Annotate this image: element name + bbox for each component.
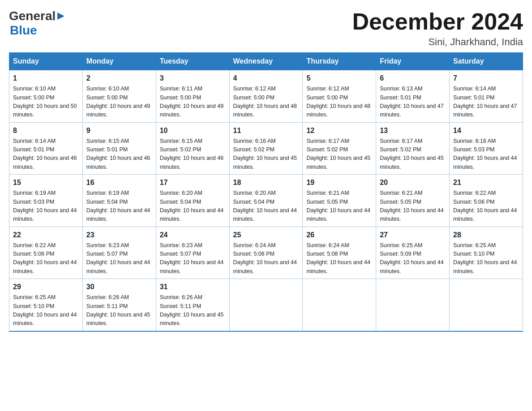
weekday-header-row: SundayMondayTuesdayWednesdayThursdayFrid… (9, 53, 523, 70)
day-info: Sunrise: 6:18 AMSunset: 5:03 PMDaylight:… (453, 137, 519, 172)
calendar-day-cell: 4Sunrise: 6:12 AMSunset: 5:00 PMDaylight… (229, 70, 303, 123)
day-number: 26 (306, 230, 372, 240)
calendar-day-cell: 1Sunrise: 6:10 AMSunset: 5:00 PMDaylight… (9, 70, 83, 123)
day-number: 13 (380, 125, 446, 136)
day-info: Sunrise: 6:20 AMSunset: 5:04 PMDaylight:… (233, 189, 299, 224)
day-number: 21 (453, 177, 519, 188)
day-number: 25 (233, 230, 299, 240)
calendar-day-cell: 30Sunrise: 6:26 AMSunset: 5:11 PMDayligh… (82, 279, 156, 331)
day-number: 18 (233, 177, 299, 188)
day-number: 1 (13, 73, 79, 84)
day-info: Sunrise: 6:26 AMSunset: 5:11 PMDaylight:… (160, 293, 226, 328)
calendar-week-row: 22Sunrise: 6:22 AMSunset: 5:06 PMDayligh… (9, 227, 523, 279)
day-info: Sunrise: 6:11 AMSunset: 5:00 PMDaylight:… (160, 85, 226, 120)
day-number: 16 (86, 177, 152, 188)
calendar-week-row: 29Sunrise: 6:25 AMSunset: 5:10 PMDayligh… (9, 279, 523, 331)
day-number: 29 (13, 282, 79, 292)
calendar-day-cell (229, 279, 303, 331)
day-number: 22 (13, 230, 79, 240)
day-number: 27 (380, 230, 446, 240)
calendar-day-cell: 25Sunrise: 6:24 AMSunset: 5:08 PMDayligh… (229, 227, 303, 279)
day-info: Sunrise: 6:10 AMSunset: 5:00 PMDaylight:… (13, 85, 79, 120)
day-info: Sunrise: 6:23 AMSunset: 5:07 PMDaylight:… (86, 241, 152, 276)
month-title: December 2024 (352, 9, 523, 34)
calendar-day-cell: 11Sunrise: 6:16 AMSunset: 5:02 PMDayligh… (229, 122, 303, 175)
day-number: 24 (160, 230, 226, 240)
calendar-day-cell: 29Sunrise: 6:25 AMSunset: 5:10 PMDayligh… (9, 279, 83, 331)
calendar-day-cell: 18Sunrise: 6:20 AMSunset: 5:04 PMDayligh… (229, 175, 303, 227)
day-info: Sunrise: 6:15 AMSunset: 5:02 PMDaylight:… (160, 137, 226, 172)
day-number: 2 (86, 73, 152, 84)
calendar-day-cell: 15Sunrise: 6:19 AMSunset: 5:03 PMDayligh… (9, 175, 83, 227)
day-info: Sunrise: 6:19 AMSunset: 5:04 PMDaylight:… (86, 189, 152, 224)
day-number: 20 (380, 177, 446, 188)
calendar-week-row: 1Sunrise: 6:10 AMSunset: 5:00 PMDaylight… (9, 70, 523, 123)
day-info: Sunrise: 6:24 AMSunset: 5:08 PMDaylight:… (306, 241, 372, 276)
day-number: 28 (453, 230, 519, 240)
day-info: Sunrise: 6:25 AMSunset: 5:09 PMDaylight:… (380, 241, 446, 276)
calendar-day-cell: 31Sunrise: 6:26 AMSunset: 5:11 PMDayligh… (156, 279, 229, 331)
day-info: Sunrise: 6:12 AMSunset: 5:00 PMDaylight:… (306, 85, 372, 120)
day-info: Sunrise: 6:16 AMSunset: 5:02 PMDaylight:… (233, 137, 299, 172)
calendar-day-cell: 19Sunrise: 6:21 AMSunset: 5:05 PMDayligh… (303, 175, 376, 227)
day-number: 30 (86, 282, 152, 292)
day-info: Sunrise: 6:15 AMSunset: 5:01 PMDaylight:… (86, 137, 152, 172)
day-info: Sunrise: 6:23 AMSunset: 5:07 PMDaylight:… (160, 241, 226, 276)
day-info: Sunrise: 6:20 AMSunset: 5:04 PMDaylight:… (160, 189, 226, 224)
day-number: 4 (233, 73, 299, 84)
day-number: 3 (160, 73, 226, 84)
svg-marker-0 (57, 13, 64, 20)
day-info: Sunrise: 6:24 AMSunset: 5:08 PMDaylight:… (233, 241, 299, 276)
day-number: 11 (233, 125, 299, 136)
weekday-header-saturday: Saturday (450, 53, 523, 70)
calendar-week-row: 8Sunrise: 6:14 AMSunset: 5:01 PMDaylight… (9, 122, 523, 175)
day-info: Sunrise: 6:14 AMSunset: 5:01 PMDaylight:… (453, 85, 519, 120)
day-number: 17 (160, 177, 226, 188)
weekday-header-wednesday: Wednesday (229, 53, 303, 70)
location-subtitle: Sini, Jharkhand, India (352, 36, 523, 48)
calendar-day-cell: 28Sunrise: 6:25 AMSunset: 5:10 PMDayligh… (450, 227, 523, 279)
calendar-day-cell: 2Sunrise: 6:10 AMSunset: 5:00 PMDaylight… (82, 70, 156, 123)
day-info: Sunrise: 6:22 AMSunset: 5:06 PMDaylight:… (13, 241, 79, 276)
day-info: Sunrise: 6:21 AMSunset: 5:05 PMDaylight:… (306, 189, 372, 224)
day-info: Sunrise: 6:21 AMSunset: 5:05 PMDaylight:… (380, 189, 446, 224)
logo-arrow-icon (56, 12, 65, 21)
calendar-day-cell: 17Sunrise: 6:20 AMSunset: 5:04 PMDayligh… (156, 175, 229, 227)
day-info: Sunrise: 6:12 AMSunset: 5:00 PMDaylight:… (233, 85, 299, 120)
day-info: Sunrise: 6:13 AMSunset: 5:01 PMDaylight:… (380, 85, 446, 120)
calendar-day-cell (303, 279, 376, 331)
day-number: 19 (306, 177, 372, 188)
day-info: Sunrise: 6:17 AMSunset: 5:02 PMDaylight:… (380, 137, 446, 172)
calendar-day-cell (376, 279, 450, 331)
calendar-day-cell: 27Sunrise: 6:25 AMSunset: 5:09 PMDayligh… (376, 227, 450, 279)
calendar-day-cell: 9Sunrise: 6:15 AMSunset: 5:01 PMDaylight… (82, 122, 156, 175)
day-info: Sunrise: 6:17 AMSunset: 5:02 PMDaylight:… (306, 137, 372, 172)
calendar-day-cell: 24Sunrise: 6:23 AMSunset: 5:07 PMDayligh… (156, 227, 229, 279)
calendar-day-cell: 13Sunrise: 6:17 AMSunset: 5:02 PMDayligh… (376, 122, 450, 175)
calendar-day-cell: 12Sunrise: 6:17 AMSunset: 5:02 PMDayligh… (303, 122, 376, 175)
day-info: Sunrise: 6:26 AMSunset: 5:11 PMDaylight:… (86, 293, 152, 328)
day-number: 12 (306, 125, 372, 136)
day-number: 9 (86, 125, 152, 136)
day-number: 5 (306, 73, 372, 84)
day-info: Sunrise: 6:14 AMSunset: 5:01 PMDaylight:… (13, 137, 79, 172)
calendar-table: SundayMondayTuesdayWednesdayThursdayFrid… (9, 52, 523, 332)
day-number: 7 (453, 73, 519, 84)
calendar-day-cell: 26Sunrise: 6:24 AMSunset: 5:08 PMDayligh… (303, 227, 376, 279)
day-info: Sunrise: 6:25 AMSunset: 5:10 PMDaylight:… (453, 241, 519, 276)
day-number: 10 (160, 125, 226, 136)
weekday-header-tuesday: Tuesday (156, 53, 229, 70)
logo-blue-text: Blue (10, 23, 37, 37)
day-info: Sunrise: 6:10 AMSunset: 5:00 PMDaylight:… (86, 85, 152, 120)
page-header: General Blue December 2024 Sini, Jharkha… (9, 9, 523, 48)
weekday-header-friday: Friday (376, 53, 450, 70)
weekday-header-sunday: Sunday (9, 53, 83, 70)
calendar-day-cell: 21Sunrise: 6:22 AMSunset: 5:06 PMDayligh… (450, 175, 523, 227)
day-number: 31 (160, 282, 226, 292)
logo: General Blue (9, 9, 65, 38)
calendar-day-cell: 20Sunrise: 6:21 AMSunset: 5:05 PMDayligh… (376, 175, 450, 227)
day-number: 15 (13, 177, 79, 188)
day-number: 6 (380, 73, 446, 84)
day-info: Sunrise: 6:19 AMSunset: 5:03 PMDaylight:… (13, 189, 79, 224)
calendar-day-cell: 8Sunrise: 6:14 AMSunset: 5:01 PMDaylight… (9, 122, 83, 175)
